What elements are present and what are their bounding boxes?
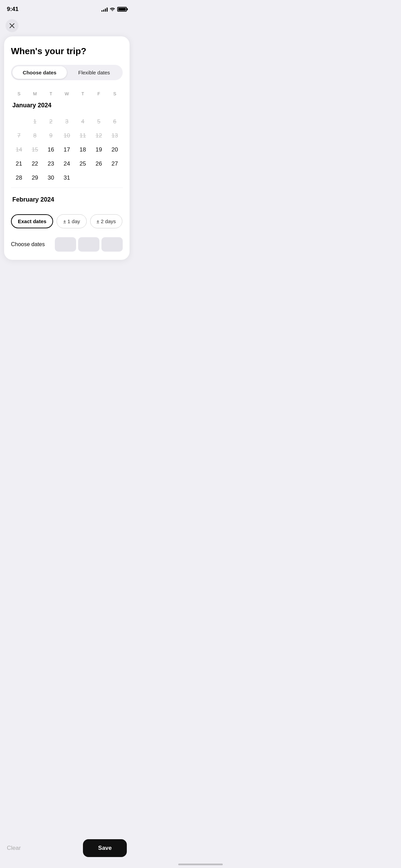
battery-icon xyxy=(117,7,127,12)
day-header-t1: T xyxy=(43,90,59,98)
wifi-icon xyxy=(110,7,115,12)
cal-day-jan-2: 2 xyxy=(43,114,59,129)
choose-dates-label: Choose dates xyxy=(11,241,45,248)
placeholder-btn-1[interactable] xyxy=(55,237,76,252)
cal-day-jan-23[interactable]: 23 xyxy=(43,157,59,171)
cal-day-jan-4: 4 xyxy=(75,114,91,129)
filter-pills: Exact dates ± 1 day ± 2 days ± 3 days xyxy=(11,209,123,232)
flexible-dates-tab[interactable]: Flexible dates xyxy=(67,66,121,79)
cal-day-jan-18[interactable]: 18 xyxy=(75,143,91,157)
placeholder-btn-3[interactable] xyxy=(101,237,123,252)
choose-dates-row: Choose dates xyxy=(11,232,123,253)
february-peek: February 2024 xyxy=(11,188,123,203)
cal-day-empty xyxy=(107,171,123,185)
cal-day-jan-30[interactable]: 30 xyxy=(43,171,59,185)
placeholder-btn-2[interactable] xyxy=(78,237,99,252)
cal-day-jan-7: 7 xyxy=(11,129,27,143)
cal-day-jan-31[interactable]: 31 xyxy=(59,171,75,185)
cal-day-jan-13: 13 xyxy=(107,129,123,143)
date-type-toggle: Choose dates Flexible dates xyxy=(11,65,123,80)
january-grid: 1 2 3 4 5 6 7 8 9 10 11 12 13 14 15 16 1… xyxy=(11,114,123,185)
day-headers: S M T W T F S xyxy=(11,90,123,98)
choose-dates-tab[interactable]: Choose dates xyxy=(12,66,67,79)
january-calendar: January 2024 1 2 3 4 5 6 7 8 9 10 11 12 … xyxy=(11,102,123,185)
plus-2-days-pill[interactable]: ± 2 days xyxy=(90,214,123,228)
exact-dates-pill[interactable]: Exact dates xyxy=(11,214,53,228)
cal-day-jan-17[interactable]: 17 xyxy=(59,143,75,157)
cal-day-jan-15: 15 xyxy=(27,143,43,157)
day-header-s1: S xyxy=(11,90,27,98)
main-card: When's your trip? Choose dates Flexible … xyxy=(4,36,130,260)
day-header-w: W xyxy=(59,90,75,98)
placeholder-buttons xyxy=(55,237,123,252)
status-bar: 9:41 xyxy=(0,0,134,16)
cal-day-empty xyxy=(11,114,27,129)
cal-day-jan-8: 8 xyxy=(27,129,43,143)
cal-day-jan-21[interactable]: 21 xyxy=(11,157,27,171)
cal-day-jan-22[interactable]: 22 xyxy=(27,157,43,171)
cal-day-jan-12: 12 xyxy=(91,129,107,143)
day-header-s2: S xyxy=(107,90,123,98)
cal-day-jan-19[interactable]: 19 xyxy=(91,143,107,157)
status-icons xyxy=(101,7,127,12)
february-title: February 2024 xyxy=(12,196,123,203)
plus-1-day-pill[interactable]: ± 1 day xyxy=(57,214,86,228)
day-header-f: F xyxy=(91,90,107,98)
cal-day-jan-26[interactable]: 26 xyxy=(91,157,107,171)
cal-day-jan-29[interactable]: 29 xyxy=(27,171,43,185)
day-header-m: M xyxy=(27,90,43,98)
day-header-t2: T xyxy=(75,90,91,98)
signal-icon xyxy=(101,7,108,12)
close-button[interactable] xyxy=(5,19,19,32)
january-title: January 2024 xyxy=(12,102,123,109)
cal-day-jan-6: 6 xyxy=(107,114,123,129)
cal-day-jan-3: 3 xyxy=(59,114,75,129)
cal-day-empty xyxy=(75,171,91,185)
cal-day-empty xyxy=(91,171,107,185)
card-title: When's your trip? xyxy=(11,46,123,57)
cal-day-jan-14: 14 xyxy=(11,143,27,157)
cal-day-jan-28[interactable]: 28 xyxy=(11,171,27,185)
cal-day-jan-5: 5 xyxy=(91,114,107,129)
cal-day-jan-1: 1 xyxy=(27,114,43,129)
status-time: 9:41 xyxy=(7,6,19,13)
cal-day-jan-20[interactable]: 20 xyxy=(107,143,123,157)
cal-day-jan-9: 9 xyxy=(43,129,59,143)
cal-day-jan-27[interactable]: 27 xyxy=(107,157,123,171)
cal-day-jan-25[interactable]: 25 xyxy=(75,157,91,171)
cal-day-jan-11: 11 xyxy=(75,129,91,143)
close-icon xyxy=(10,23,14,28)
cal-day-jan-24[interactable]: 24 xyxy=(59,157,75,171)
cal-day-jan-16[interactable]: 16 xyxy=(43,143,59,157)
cal-day-jan-10: 10 xyxy=(59,129,75,143)
